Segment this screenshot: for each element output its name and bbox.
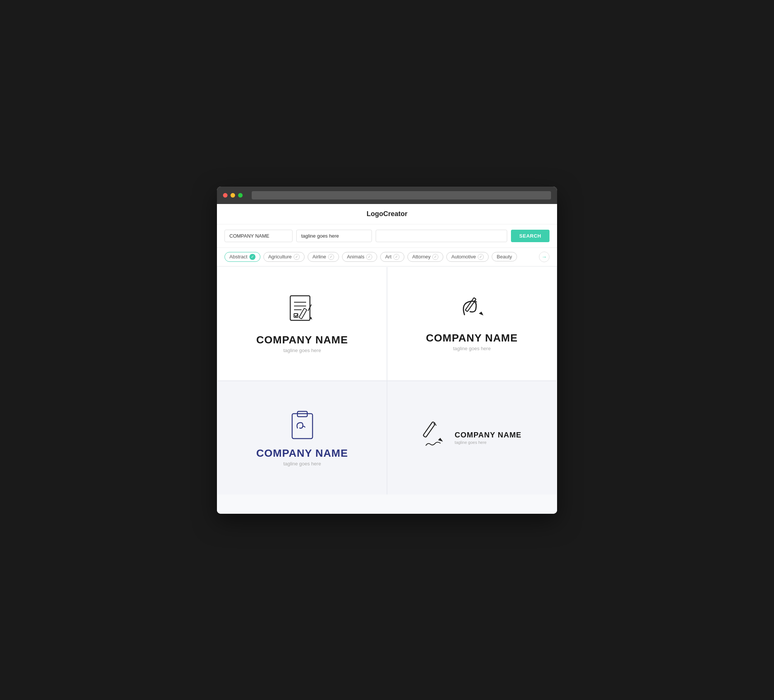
- logo-3-company-name: COMPANY NAME: [256, 447, 348, 459]
- app-container: LogoCreator SEARCH Abstract ✓ Agricultur…: [217, 204, 557, 514]
- category-chip-agriculture[interactable]: Agriculture ✓: [263, 252, 304, 262]
- tagline-input[interactable]: [296, 229, 372, 242]
- close-dot[interactable]: [223, 193, 228, 198]
- logo-card-4[interactable]: COMPANY NAME tagline goes here: [387, 381, 556, 495]
- category-label: Abstract: [230, 254, 248, 259]
- search-button[interactable]: SEARCH: [511, 229, 549, 242]
- category-label: Animals: [347, 254, 364, 259]
- check-icon-airline: ✓: [328, 254, 334, 260]
- check-icon-automotive: ✓: [478, 254, 484, 260]
- logo-4-content: COMPANY NAME tagline goes here: [422, 420, 521, 456]
- app-title: LogoCreator: [367, 210, 407, 218]
- check-icon-abstract: ✓: [250, 254, 255, 260]
- address-bar[interactable]: [252, 191, 551, 200]
- category-chip-airline[interactable]: Airline ✓: [308, 252, 339, 262]
- minimize-dot[interactable]: [230, 193, 235, 198]
- check-icon-art: ✓: [394, 254, 399, 260]
- doc-pen-icon: [287, 294, 318, 328]
- category-chip-animals[interactable]: Animals ✓: [342, 252, 377, 262]
- check-icon-agriculture: ✓: [294, 254, 300, 260]
- category-label: Airline: [313, 254, 326, 259]
- logo-2-company-name: COMPANY NAME: [426, 332, 518, 344]
- logo-4-text: COMPANY NAME tagline goes here: [455, 431, 521, 445]
- keyword-input[interactable]: [375, 229, 507, 242]
- clipboard-icon: [289, 409, 316, 441]
- company-name-input[interactable]: [225, 229, 293, 242]
- category-label: Attorney: [412, 254, 430, 259]
- category-chip-beauty[interactable]: Beauty: [492, 252, 517, 261]
- svg-marker-9: [479, 312, 483, 315]
- category-label: Automotive: [451, 254, 476, 259]
- category-label: Beauty: [496, 254, 512, 259]
- logo-4-tagline: tagline goes here: [455, 440, 521, 445]
- logo-card-1[interactable]: COMPANY NAME tagline goes here: [218, 267, 387, 380]
- pen-sig2-icon: [422, 420, 448, 450]
- category-label: Agriculture: [268, 254, 292, 259]
- check-icon-attorney: ✓: [432, 254, 438, 260]
- logo-2-tagline: tagline goes here: [453, 346, 491, 351]
- category-chip-art[interactable]: Art ✓: [380, 252, 404, 262]
- category-chip-automotive[interactable]: Automotive ✓: [447, 252, 489, 262]
- maximize-dot[interactable]: [238, 193, 243, 198]
- category-bar: Abstract ✓ Agriculture ✓ Airline ✓ Anima…: [217, 248, 557, 266]
- svg-marker-14: [438, 438, 443, 442]
- svg-rect-0: [290, 296, 310, 320]
- category-label: Art: [385, 254, 392, 259]
- browser-window: LogoCreator SEARCH Abstract ✓ Agricultur…: [217, 187, 557, 514]
- pen-signature-icon: [453, 296, 491, 326]
- logo-card-3[interactable]: COMPANY NAME tagline goes here: [218, 381, 387, 495]
- logo-1-company-name: COMPANY NAME: [256, 334, 348, 346]
- check-icon-animals: ✓: [366, 254, 372, 260]
- logo-4-company-name: COMPANY NAME: [455, 431, 521, 439]
- logo-3-tagline: tagline goes here: [283, 461, 321, 467]
- logo-grid: COMPANY NAME tagline goes here COMPANY N…: [218, 267, 556, 495]
- category-chip-abstract[interactable]: Abstract ✓: [225, 252, 260, 262]
- logo-1-tagline: tagline goes here: [283, 348, 321, 353]
- category-next-button[interactable]: →: [539, 252, 549, 262]
- logo-card-2[interactable]: COMPANY NAME tagline goes here: [387, 267, 556, 380]
- browser-titlebar: [217, 187, 557, 204]
- search-bar: SEARCH: [217, 225, 557, 248]
- svg-rect-8: [465, 298, 476, 312]
- category-chip-attorney[interactable]: Attorney ✓: [407, 252, 443, 262]
- app-header: LogoCreator: [217, 204, 557, 225]
